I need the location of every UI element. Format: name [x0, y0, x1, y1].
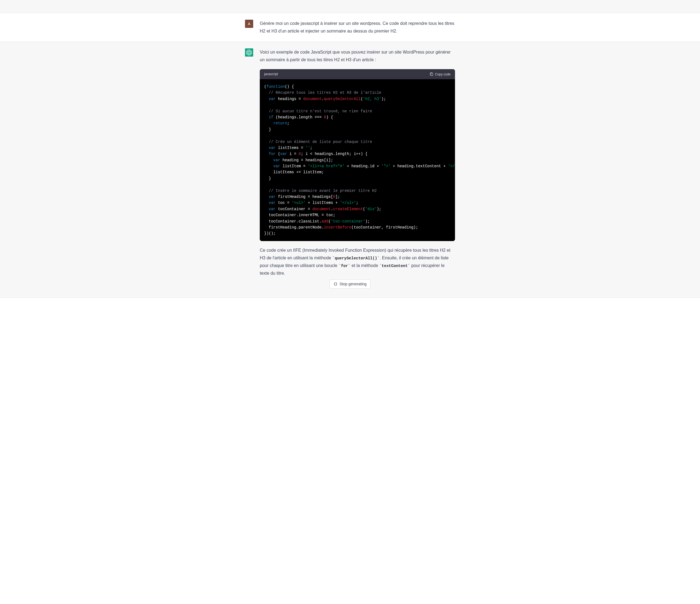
assistant-message-row: Voici un exemple de code JavaScript que …	[0, 42, 700, 298]
code-block: javascript Copy code (function() { // Ré…	[260, 69, 455, 241]
stop-generating-button[interactable]: Stop generating	[329, 279, 371, 289]
inline-code-textcontent: `textContent`	[379, 264, 410, 268]
bottom-border	[0, 297, 700, 298]
stop-icon	[333, 282, 338, 286]
code-content[interactable]: (function() { // Récupère tous les titre…	[260, 79, 455, 241]
code-language-label: javascript	[264, 71, 278, 77]
user-avatar: A	[245, 20, 253, 28]
clipboard-icon	[430, 73, 433, 76]
assistant-message-content: Voici un exemple de code JavaScript que …	[260, 48, 455, 277]
assistant-intro-text: Voici un exemple de code JavaScript que …	[260, 48, 455, 64]
svg-rect-0	[431, 73, 432, 75]
top-header-spacer	[0, 0, 700, 13]
user-avatar-letter: A	[248, 22, 250, 26]
assistant-avatar	[245, 48, 253, 57]
user-message-row: A Génère moi un code javascript à insére…	[0, 13, 700, 42]
explanation-part3: et la méthode	[350, 263, 379, 268]
stop-generating-label: Stop generating	[340, 282, 367, 286]
user-message-content: Génère moi un code javascript à insérer …	[260, 20, 455, 35]
svg-rect-1	[334, 283, 336, 285]
code-block-header: javascript Copy code	[260, 69, 455, 79]
inline-code-for: `for`	[339, 264, 350, 268]
copy-code-label: Copy code	[435, 73, 451, 76]
openai-logo-icon	[246, 50, 252, 55]
copy-code-button[interactable]: Copy code	[430, 73, 451, 76]
inline-code-queryselectorall: `querySelectorAll()`	[332, 256, 379, 260]
assistant-explanation: Ce code crée un IIFE (Immediately Invoke…	[260, 246, 455, 277]
user-message-text: Génère moi un code javascript à insérer …	[260, 21, 454, 33]
